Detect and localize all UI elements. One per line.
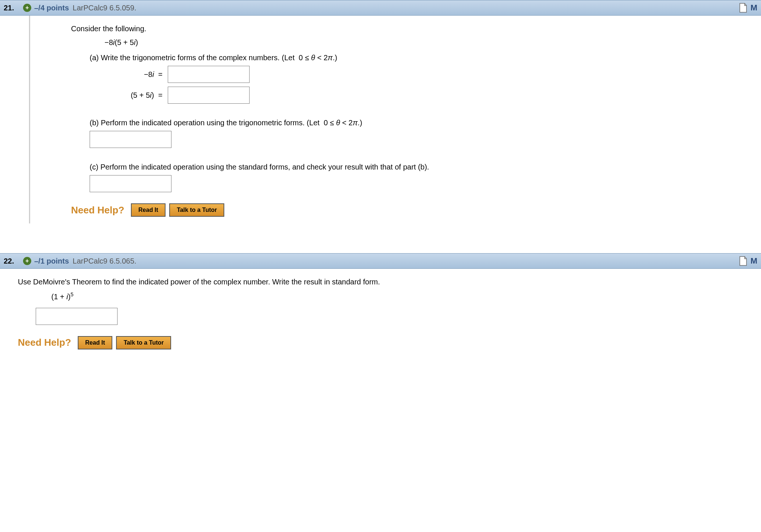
- input-label-a2: (5 + 5i) =: [105, 91, 168, 100]
- points-label: –/4 points: [34, 4, 69, 12]
- need-help-row: Need Help? Read It Talk to a Tutor: [18, 336, 761, 349]
- question-21: 21. + –/4 points LarPCalc9 6.5.059. M Co…: [0, 0, 761, 223]
- notes-icon[interactable]: M: [739, 256, 757, 266]
- points-label: –/1 points: [34, 257, 69, 265]
- answer-input-a2[interactable]: [168, 87, 250, 104]
- read-it-button[interactable]: Read It: [131, 203, 166, 217]
- input-row-a1: −8i =: [105, 66, 761, 83]
- question-number: 22.: [4, 257, 16, 265]
- answer-input[interactable]: [36, 308, 118, 325]
- answer-input-b[interactable]: [90, 131, 171, 148]
- question-number: 21.: [4, 4, 16, 12]
- talk-tutor-button[interactable]: Talk to a Tutor: [169, 203, 224, 217]
- prompt-text: Use DeMoivre's Theorem to find the indic…: [18, 278, 761, 286]
- question-body: Consider the following. −8i(5 + 5i) (a) …: [29, 16, 761, 223]
- part-c-text: (c) Perform the indicated operation usin…: [90, 163, 761, 171]
- part-a-text: (a) Write the trigonometric forms of the…: [90, 54, 761, 62]
- need-help-label: Need Help?: [71, 204, 124, 216]
- m-label: M: [751, 3, 757, 13]
- answer-input-a1[interactable]: [168, 66, 250, 83]
- expression: (1 + i)5: [51, 291, 761, 301]
- source-label: LarPCalc9 6.5.065.: [73, 257, 136, 265]
- input-row-a2: (5 + 5i) =: [105, 87, 761, 104]
- source-label: LarPCalc9 6.5.059.: [73, 4, 136, 12]
- expand-icon[interactable]: +: [23, 4, 31, 12]
- question-body: Use DeMoivre's Theorem to find the indic…: [0, 269, 761, 356]
- m-label: M: [751, 256, 757, 266]
- talk-tutor-button[interactable]: Talk to a Tutor: [116, 336, 171, 349]
- need-help-row: Need Help? Read It Talk to a Tutor: [71, 203, 761, 217]
- expand-icon[interactable]: +: [23, 257, 31, 265]
- prompt-text: Consider the following.: [71, 25, 761, 33]
- question-header: 22. + –/1 points LarPCalc9 6.5.065. M: [0, 253, 761, 269]
- need-help-label: Need Help?: [18, 337, 71, 348]
- answer-input-c[interactable]: [90, 175, 171, 192]
- input-label-a1: −8i =: [105, 70, 168, 79]
- notes-icon[interactable]: M: [739, 3, 757, 13]
- question-header: 21. + –/4 points LarPCalc9 6.5.059. M: [0, 0, 761, 16]
- part-b-text: (b) Perform the indicated operation usin…: [90, 119, 761, 127]
- question-22: 22. + –/1 points LarPCalc9 6.5.065. M Us…: [0, 253, 761, 356]
- read-it-button[interactable]: Read It: [78, 336, 112, 349]
- expression: −8i(5 + 5i): [105, 38, 761, 47]
